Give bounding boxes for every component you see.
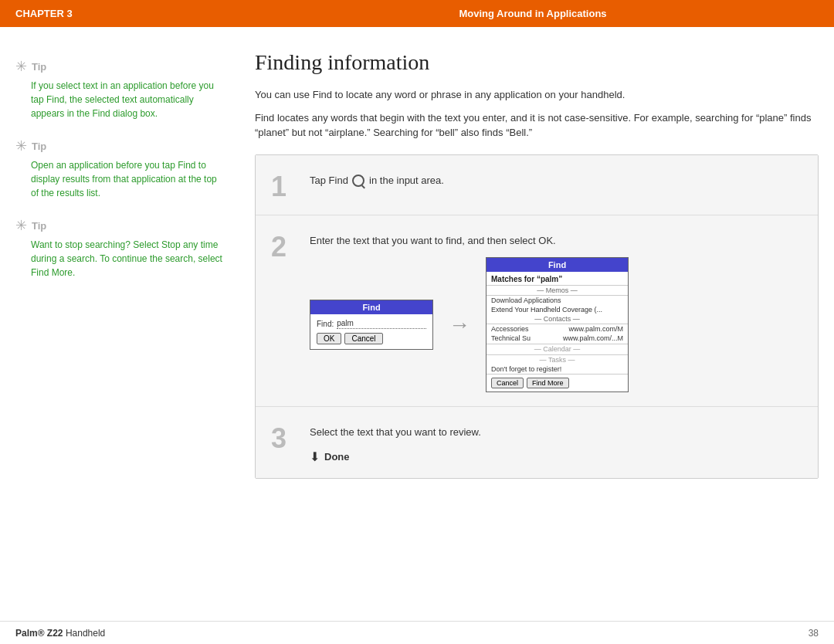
arrow-icon: → [449,313,470,337]
results-section-memos: — Memos — [486,286,628,296]
step-3-instruction: Select the text that you want to review. [310,425,802,440]
results-dialog-header: Find [486,258,628,272]
results-footer-buttons: Cancel Find More [486,374,628,391]
step-3-content: Select the text that you want to review.… [310,421,802,464]
done-label: Done [324,451,350,463]
results-item-4: Technical Su www.palm.com/...M [486,334,628,343]
step-2-illustration: Find Find: palm OK Cancel [310,257,802,392]
step-1-number: 1 [271,173,310,201]
sidebar: ✳ Tip If you select text in an applicati… [15,50,247,621]
tip-1-text: If you select text in an application bef… [15,79,224,120]
step-1: 1 Tap Find in the input area. [256,155,818,215]
page-header: CHAPTER 3 Moving Around in Applications [0,0,834,27]
results-item-1: Download Applications [486,296,628,305]
intro-paragraph-2: Find locates any words that begin with t… [255,110,819,141]
find-dialog-buttons: OK Cancel [317,333,426,344]
results-item-3: Accessories www.palm.com/M [486,324,628,334]
chapter-title: Moving Around in Applications [247,8,819,19]
tip-3-star: ✳ [15,217,27,234]
footer-brand: Palm® Z22 Handheld [15,628,105,639]
results-item-3-right: www.palm.com/M [568,325,623,333]
find-dialog-input-value: palm [337,319,426,329]
chapter-label: CHAPTER 3 [15,8,247,19]
intro-paragraph-1: You can use Find to locate any word or p… [255,87,819,103]
done-section: ⬇ Done [310,449,802,464]
content-area: Finding information You can use Find to … [247,50,819,621]
results-section-tasks: — Tasks — [486,354,628,364]
results-item-2-text: Extend Your Handheld Coverage (... [491,306,602,314]
find-cancel-button[interactable]: Cancel [344,333,382,344]
step-3-number: 3 [271,425,310,452]
step-2-instruction: Enter the text that you want to find, an… [310,233,802,249]
results-cancel-button[interactable]: Cancel [491,378,524,388]
step-2-content: Enter the text that you want to find, an… [310,229,802,393]
step-1-instruction: Tap Find in the input area. [310,173,802,188]
footer-device-label: Handheld [66,628,105,639]
results-item-4-right: www.palm.com/...M [563,334,623,342]
results-section-contacts: — Contacts — [486,314,628,324]
find-dialog-body: Find: palm OK Cancel [310,314,432,349]
done-arrow-icon: ⬇ [310,449,320,464]
find-dialog-header: Find [310,300,432,314]
tip-2: ✳ Tip Open an application before you tap… [15,137,224,200]
results-dialog: Find Matches for “palm” — Memos — Downlo… [486,257,629,392]
tip-3-text: Want to stop searching? Select Stop any … [15,238,224,280]
results-section-calendar: — Calendar — [486,344,628,354]
step-1-content: Tap Find in the input area. [310,169,802,196]
find-dialog-label: Find: [317,320,334,328]
tip-1-star: ✳ [15,58,27,75]
steps-container: 1 Tap Find in the input area. 2 Enter th… [255,154,819,479]
step-2-number: 2 [271,233,310,261]
results-item-1-text: Download Applications [491,297,561,304]
results-item-4-left: Technical Su [491,334,531,342]
tip-3-header: ✳ Tip [15,217,224,234]
page-title: Finding information [255,50,819,75]
step-3: 3 Select the text that you want to revie… [256,407,818,478]
tip-2-header: ✳ Tip [15,137,224,154]
results-item-5: Don't forget to register! [486,364,628,374]
tip-1: ✳ Tip If you select text in an applicati… [15,58,224,120]
find-ok-button[interactable]: OK [317,333,341,344]
footer-brand-name: Palm® Z22 [15,628,63,639]
results-findmore-button[interactable]: Find More [527,378,569,388]
tip-2-label: Tip [32,141,46,152]
step-2: 2 Enter the text that you want to find, … [256,215,818,408]
footer-page-number: 38 [809,628,819,639]
tip-1-header: ✳ Tip [15,58,224,75]
find-dialog: Find Find: palm OK Cancel [310,300,433,350]
page-footer: Palm® Z22 Handheld 38 [0,621,834,644]
tip-2-text: Open an application before you tap Find … [15,158,224,200]
main-layout: ✳ Tip If you select text in an applicati… [0,27,834,621]
results-item-2: Extend Your Handheld Coverage (... [486,305,628,314]
results-matches: Matches for “palm” [486,272,628,286]
tip-3: ✳ Tip Want to stop searching? Select Sto… [15,217,224,280]
tip-1-label: Tip [32,61,46,73]
tip-2-star: ✳ [15,137,27,154]
tip-3-label: Tip [32,220,46,232]
results-item-5-text: Don't forget to register! [491,365,561,373]
find-magnifier-icon [352,175,364,187]
find-dialog-row: Find: palm [317,319,426,329]
results-item-3-left: Accessories [491,325,529,333]
